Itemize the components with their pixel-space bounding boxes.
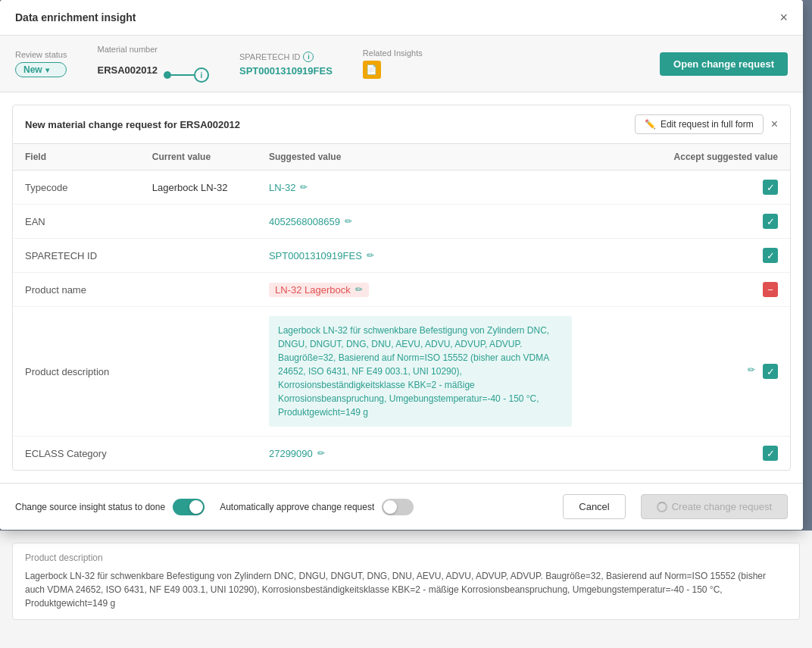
edit-request-button[interactable]: ✏️ Edit request in full form (635, 114, 764, 134)
table-row: Product nameLN-32 Lagerbock✏− (13, 273, 790, 307)
cell-current-2 (140, 239, 257, 273)
modal-title: Data enrichment insight (15, 11, 136, 23)
cell-suggested-1: 4052568008659✏ (257, 205, 640, 239)
toggle2-thumb (383, 500, 397, 514)
connector-circle: i (194, 67, 209, 83)
toggle2-label: Automatically approve change request (220, 502, 374, 512)
change-request-table: Field Current value Suggested value Acce… (13, 144, 790, 470)
cell-accept-4[interactable]: ✏✓ (640, 307, 790, 437)
checkbox-checked-2[interactable]: ✓ (763, 248, 778, 263)
col-suggested-value: Suggested value (257, 144, 640, 171)
toggle2-track (382, 499, 414, 515)
cell-suggested-4: Lagerbock LN-32 für schwenkbare Befestig… (257, 307, 640, 437)
connector-dash (171, 74, 194, 76)
edit-icon-3[interactable]: ✏ (355, 284, 363, 295)
suggested-value-desc-4: Lagerbock LN-32 für schwenkbare Befestig… (269, 316, 572, 427)
cell-current-3 (140, 273, 257, 307)
checkbox-checked-4[interactable]: ✓ (763, 364, 778, 379)
connector-dot-left (164, 71, 171, 79)
review-status-value: New (23, 64, 42, 75)
create-button-label: Create change request (672, 501, 772, 512)
info-icon: i (303, 52, 314, 62)
cell-suggested-0: LN-32✏ (257, 171, 640, 205)
toggle1-track (173, 499, 205, 515)
checkbox-checked-5[interactable]: ✓ (763, 446, 778, 461)
cell-accept-0[interactable]: ✓ (640, 171, 790, 205)
modal-header: Data enrichment insight × (0, 0, 803, 36)
cell-suggested-2: SPT0001310919FES✏ (257, 239, 640, 273)
edit-icon-2[interactable]: ✏ (367, 250, 374, 261)
checkbox-checked-1[interactable]: ✓ (763, 214, 778, 229)
cell-suggested-5: 27299090✏ (257, 437, 640, 471)
related-insights-label: Related Insights (363, 49, 423, 58)
modal-close-button[interactable]: × (779, 11, 788, 24)
cell-current-1 (140, 205, 257, 239)
cell-field-0: Typecode (13, 171, 140, 205)
table-header-row: Field Current value Suggested value Acce… (13, 144, 790, 171)
col-accept: Accept suggested value (640, 144, 790, 171)
table-row: SPARETECH IDSPT0001310919FES✏✓ (13, 239, 790, 273)
material-number-value: ERSA002012 (97, 64, 158, 76)
connector: i (164, 67, 209, 83)
cell-current-5 (140, 437, 257, 471)
cell-field-5: ECLASS Category (13, 437, 140, 471)
toggle2-group: Automatically approve change request (220, 499, 414, 515)
cell-accept-1[interactable]: ✓ (640, 205, 790, 239)
table-row: TypecodeLagerbock LN-32LN-32✏✓ (13, 171, 790, 205)
pencil-icon: ✏️ (645, 119, 656, 130)
inner-panel: New material change request for ERSA0020… (12, 105, 791, 471)
edit-icon-5[interactable]: ✏ (317, 448, 325, 459)
toggle1-label: Change source insight status to done (15, 502, 165, 512)
cell-current-0: Lagerbock LN-32 (140, 171, 257, 205)
inner-panel-close-button[interactable]: × (771, 117, 778, 131)
col-current-value: Current value (140, 144, 257, 171)
bg-field-text: Lagerbock LN-32 für schwenkbare Befestig… (25, 569, 787, 610)
cancel-button[interactable]: Cancel (563, 494, 625, 519)
open-change-request-button[interactable]: Open change request (660, 52, 788, 76)
suggested-value-highlighted-3: LN-32 Lagerbock✏ (269, 283, 369, 297)
page-root: Product description Lagerbock LN-32 für … (0, 0, 812, 648)
related-insights-group: Related Insights 📄 (363, 49, 423, 79)
sparetech-id-value: SPT0001310919FES (239, 65, 333, 77)
toggle2-switch[interactable] (382, 499, 414, 515)
cell-accept-5[interactable]: ✓ (640, 437, 790, 471)
review-status-badge[interactable]: New ▾ (15, 62, 67, 77)
modal-footer: Change source insight status to done Aut… (0, 483, 803, 530)
background-panel: Product description Lagerbock LN-32 für … (0, 531, 812, 648)
main-modal: Data enrichment insight × Review status … (0, 0, 803, 530)
spinner-icon (657, 502, 667, 512)
review-status-label: Review status (15, 50, 67, 59)
table-row: EAN4052568008659✏✓ (13, 205, 790, 239)
inner-panel-header: New material change request for ERSA0020… (13, 105, 790, 144)
inner-panel-actions: ✏️ Edit request in full form × (635, 114, 778, 134)
table-row: Product descriptionLagerbock LN-32 für s… (13, 307, 790, 437)
suggested-value-1: 4052568008659✏ (269, 216, 628, 227)
cell-accept-3[interactable]: − (640, 273, 790, 307)
toggle1-switch[interactable] (173, 499, 205, 515)
edit-icon-desc-4[interactable]: ✏ (748, 365, 755, 375)
review-status-group: Review status New ▾ (15, 50, 67, 77)
bg-field-label: Product description (25, 553, 787, 563)
edit-icon-1[interactable]: ✏ (345, 216, 352, 227)
checkbox-minus-3[interactable]: − (763, 282, 778, 297)
checkbox-checked-0[interactable]: ✓ (763, 180, 778, 195)
cell-field-4: Product description (13, 307, 140, 437)
cell-field-1: EAN (13, 205, 140, 239)
sparetech-id-group: SPARETECH ID i SPT0001310919FES (239, 52, 333, 77)
sparetech-id-label: SPARETECH ID (239, 52, 300, 61)
cell-field-2: SPARETECH ID (13, 239, 140, 273)
toggle1-thumb (189, 500, 203, 514)
col-field: Field (13, 144, 140, 171)
edit-request-label: Edit request in full form (661, 119, 754, 130)
cell-accept-2[interactable]: ✓ (640, 239, 790, 273)
edit-icon-0[interactable]: ✏ (300, 182, 308, 193)
material-number-label: Material number (97, 45, 209, 54)
status-bar: Review status New ▾ Material number ERSA… (0, 36, 803, 92)
cell-current-4 (140, 307, 257, 437)
chevron-down-icon: ▾ (45, 66, 49, 74)
toggle1-group: Change source insight status to done (15, 499, 205, 515)
suggested-value-2: SPT0001310919FES✏ (269, 250, 628, 261)
suggested-value-0: LN-32✏ (269, 182, 628, 193)
cell-field-3: Product name (13, 273, 140, 307)
related-insights-icon[interactable]: 📄 (363, 61, 381, 79)
